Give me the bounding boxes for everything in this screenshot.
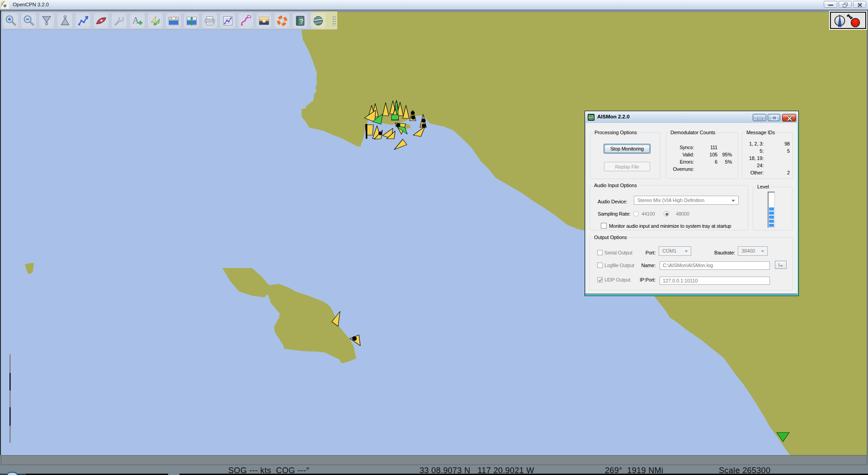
- svg-text:o: o: [4, 2, 6, 9]
- svg-text:A: A: [132, 15, 139, 25]
- svg-text:?: ?: [299, 17, 303, 25]
